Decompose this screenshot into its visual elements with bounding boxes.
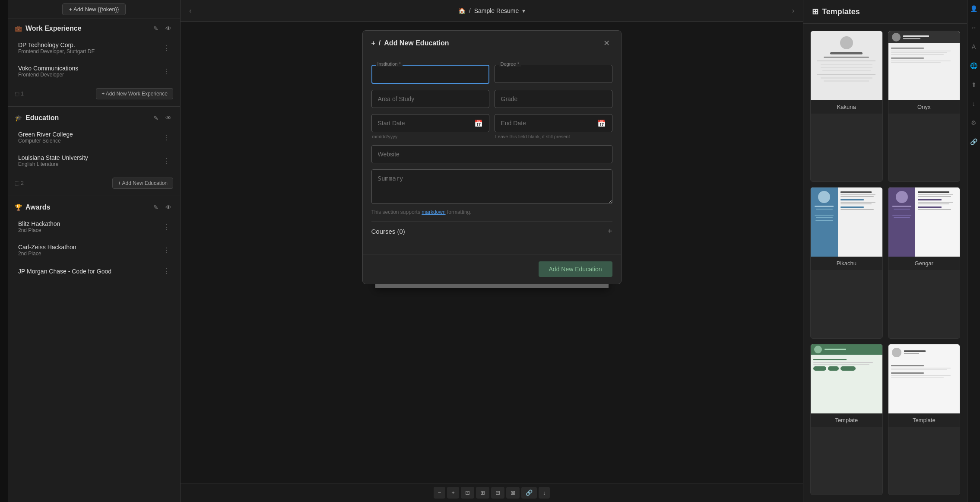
modal-plus-icon: +: [371, 39, 375, 47]
work-experience-item[interactable]: DP Technology Corp. Frontend Developer, …: [11, 37, 177, 59]
zoom-in-button[interactable]: +: [447, 487, 459, 499]
education-page-indicator: ⬚ 2: [15, 180, 24, 186]
settings-icon-button[interactable]: ⚙: [969, 118, 978, 128]
award-item-menu-0[interactable]: ⋮: [163, 223, 170, 231]
area-of-study-input[interactable]: [371, 90, 489, 108]
education-item[interactable]: Louisiana State University English Liter…: [11, 150, 177, 172]
education-icon: 🎓: [15, 114, 22, 121]
degree-field-group: Degree *: [495, 65, 612, 84]
home-icon[interactable]: 🏠: [458, 7, 466, 14]
institution-label: Institution *: [376, 61, 403, 67]
institution-input[interactable]: [371, 65, 489, 84]
education-title: 🎓 Education: [15, 114, 59, 122]
work-experience-section-header: 💼 Work Experience ✎ 👁: [8, 19, 180, 36]
award-item[interactable]: Blitz Hackathon 2nd Place ⋮: [11, 216, 177, 238]
modal-header: + / Add New Education ✕: [363, 31, 621, 56]
template-5-thumbnail: [811, 344, 882, 413]
template-6[interactable]: Template: [888, 344, 961, 495]
degree-label: Degree *: [499, 61, 521, 67]
awards-actions: ✎ 👁: [152, 203, 173, 212]
user-icon-button[interactable]: 👤: [968, 3, 979, 14]
breadcrumb: 🏠 / Sample Resume ▾: [458, 7, 525, 14]
degree-input[interactable]: [495, 65, 612, 83]
share-icon-button[interactable]: ⬆: [970, 79, 978, 90]
edit-awards-button[interactable]: ✎: [152, 203, 160, 212]
award-item[interactable]: JP Morgan Chase - Code for Good ⋮: [11, 263, 177, 280]
award-item[interactable]: Carl-Zeiss Hackathon 2nd Place ⋮: [11, 239, 177, 261]
add-education-modal: + / Add New Education ✕ Institution *: [362, 30, 622, 284]
add-new-education-sidebar-button[interactable]: + Add New Education: [112, 178, 173, 189]
globe-icon-button[interactable]: 🌐: [968, 60, 979, 71]
add-new-work-experience-button[interactable]: + Add New Work Experience: [96, 88, 173, 99]
website-input[interactable]: [371, 145, 612, 163]
end-date-input[interactable]: [501, 114, 597, 132]
grid-button[interactable]: ⊟: [491, 487, 504, 499]
work-experience-item-menu-0[interactable]: ⋮: [163, 44, 170, 52]
education-item-content: Green River College Computer Science: [18, 131, 73, 144]
toggle-education-button[interactable]: 👁: [164, 114, 173, 122]
zoom-out-button[interactable]: −: [434, 487, 446, 499]
view-button[interactable]: ⊠: [506, 487, 520, 499]
end-date-calendar-icon[interactable]: 📅: [597, 119, 606, 127]
education-item[interactable]: Green River College Computer Science ⋮: [11, 127, 177, 148]
template-pikachu[interactable]: Pikachu: [810, 187, 883, 338]
award-item-content: JP Morgan Chase - Code for Good: [18, 268, 111, 275]
download-button[interactable]: ↓: [539, 487, 550, 499]
add-new-token-button[interactable]: + Add New {{token}}: [62, 3, 125, 15]
save-education-button[interactable]: Add New Education: [539, 261, 612, 277]
briefcase-icon: 💼: [15, 25, 22, 32]
right-nav-arrow[interactable]: ›: [792, 7, 794, 15]
link-button[interactable]: 🔗: [521, 487, 537, 499]
start-date-calendar-icon[interactable]: 📅: [474, 119, 483, 127]
resume-preview-area: Skills Video Games FIFA Age of Empires F…: [181, 22, 803, 483]
markdown-link[interactable]: markdown: [422, 209, 445, 215]
template-onyx[interactable]: Onyx: [888, 31, 961, 182]
template-kakuna[interactable]: Kakuna: [810, 31, 883, 182]
award-item-content: Blitz Hackathon 2nd Place: [18, 220, 60, 233]
summary-textarea[interactable]: [371, 169, 612, 204]
templates-title: ⊞ Templates: [812, 7, 860, 16]
courses-section: Courses (0) +: [371, 221, 612, 241]
end-date-hint: Leave this field blank, if still present: [495, 134, 612, 139]
left-nav-arrow[interactable]: ‹: [189, 7, 191, 15]
left-icon-rail: [0, 0, 8, 502]
download-icon-button[interactable]: ↓: [970, 98, 977, 109]
right-icon-rail: 👤 ↔ A 🌐 ⬆ ↓ ⚙ 🔗: [967, 0, 980, 502]
modal-title-text: Add New Education: [384, 39, 449, 47]
education-actions: ✎ 👁: [152, 114, 173, 122]
award-item-menu-1[interactable]: ⋮: [163, 246, 170, 254]
work-experience-item[interactable]: Voko Communications Frontend Developer ⋮: [11, 60, 177, 82]
template-gengar[interactable]: Gengar: [888, 187, 961, 338]
grade-input[interactable]: [495, 90, 612, 108]
end-date-container: 📅: [495, 114, 612, 132]
fit-button[interactable]: ⊡: [461, 487, 474, 499]
work-experience-title: 💼 Work Experience: [15, 25, 82, 32]
text-icon-button[interactable]: A: [970, 41, 977, 52]
courses-add-button[interactable]: +: [608, 227, 612, 236]
sidebar-top-bar: + Add New {{token}}: [8, 0, 180, 19]
toggle-work-experience-button[interactable]: 👁: [164, 24, 173, 33]
award-item-menu-2[interactable]: ⋮: [163, 267, 170, 275]
education-item-menu-0[interactable]: ⋮: [163, 133, 170, 142]
award-item-content: Carl-Zeiss Hackathon 2nd Place: [18, 244, 76, 257]
columns-button[interactable]: ⊞: [476, 487, 489, 499]
work-experience-actions: ✎ 👁: [152, 24, 173, 33]
template-5[interactable]: Template: [810, 344, 883, 495]
templates-panel: ⊞ Templates Kakuna: [803, 0, 967, 502]
templates-header: ⊞ Templates: [803, 0, 967, 24]
expand-icon-button[interactable]: ↔: [969, 22, 979, 33]
edit-work-experience-button[interactable]: ✎: [152, 24, 160, 33]
template-kakuna-name: Kakuna: [811, 100, 882, 114]
education-item-menu-1[interactable]: ⋮: [163, 157, 170, 165]
start-date-input[interactable]: [378, 114, 474, 132]
resume-title: Sample Resume: [474, 7, 519, 14]
work-experience-item-menu-1[interactable]: ⋮: [163, 67, 170, 76]
start-date-hint: mm/dd/yyyy: [371, 134, 489, 139]
courses-label: Courses (0): [371, 228, 405, 235]
link-icon-button[interactable]: 🔗: [968, 137, 979, 147]
edit-education-button[interactable]: ✎: [152, 114, 160, 122]
toggle-awards-button[interactable]: 👁: [164, 203, 173, 212]
template-6-thumbnail: [888, 344, 960, 413]
modal-close-button[interactable]: ✕: [601, 38, 612, 49]
dropdown-icon[interactable]: ▾: [522, 7, 525, 14]
